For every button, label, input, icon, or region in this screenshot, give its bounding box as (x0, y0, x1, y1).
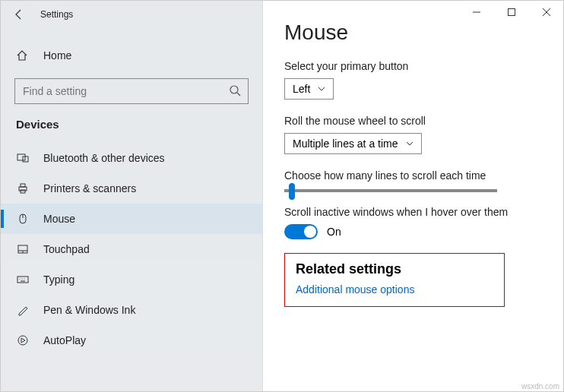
sidebar-item-label: AutoPlay (43, 334, 86, 346)
svg-point-0 (230, 86, 238, 93)
keyboard-icon (16, 273, 30, 286)
sidebar-item-label: Touchpad (43, 243, 90, 255)
sidebar-item-typing[interactable]: Typing (1, 264, 262, 295)
related-header: Related settings (296, 261, 493, 277)
printer-icon (16, 182, 30, 194)
scroll-value: Multiple lines at a time (293, 138, 398, 150)
inactive-toggle[interactable] (284, 224, 318, 239)
svg-point-13 (22, 279, 23, 280)
svg-point-14 (24, 279, 25, 280)
window-title: Settings (40, 9, 73, 20)
sidebar-item-mouse[interactable]: Mouse (1, 204, 262, 234)
sidebar-item-label: Printers & scanners (43, 182, 136, 194)
mouse-icon (16, 213, 30, 225)
maximize-button[interactable] (494, 1, 529, 24)
scroll-select[interactable]: Multiple lines at a time (284, 133, 422, 154)
inactive-label: Scroll inactive windows when I hover ove… (284, 206, 542, 218)
search-input-wrap[interactable] (14, 78, 249, 104)
sidebar-item-label: Pen & Windows Ink (43, 304, 135, 316)
home-icon (16, 49, 30, 62)
sidebar-item-label: Mouse (43, 213, 75, 225)
devices-icon (16, 152, 30, 164)
sidebar-item-touchpad[interactable]: Touchpad (1, 234, 262, 264)
pen-icon (16, 304, 30, 316)
toggle-state: On (327, 226, 341, 238)
touchpad-icon (16, 243, 30, 255)
slider-thumb[interactable] (289, 183, 295, 200)
sidebar-item-label: Bluetooth & other devices (43, 152, 165, 164)
watermark: wsxdn.com (521, 382, 559, 390)
related-settings-box: Related settings Additional mouse option… (284, 253, 505, 307)
svg-rect-4 (21, 184, 25, 187)
autoplay-icon (16, 334, 30, 346)
chevron-down-icon (318, 85, 325, 93)
search-input[interactable] (14, 78, 249, 104)
additional-mouse-options-link[interactable]: Additional mouse options (296, 283, 493, 296)
sidebar-item-printers[interactable]: Printers & scanners (1, 173, 262, 204)
search-icon (229, 84, 241, 96)
lines-slider[interactable] (284, 189, 497, 192)
svg-rect-11 (17, 277, 28, 283)
sidebar-item-pen[interactable]: Pen & Windows Ink (1, 295, 262, 325)
home-nav[interactable]: Home (1, 42, 262, 69)
sidebar-item-autoplay[interactable]: AutoPlay (1, 325, 262, 356)
primary-button-select[interactable]: Left (284, 78, 334, 100)
minimize-button[interactable] (459, 1, 494, 24)
primary-button-value: Left (293, 83, 310, 95)
svg-point-16 (18, 336, 27, 345)
svg-rect-1 (17, 154, 25, 160)
scroll-label: Roll the mouse wheel to scroll (284, 115, 542, 127)
svg-rect-18 (509, 9, 515, 16)
section-header: Devices (1, 118, 262, 143)
sidebar-item-bluetooth[interactable]: Bluetooth & other devices (1, 143, 262, 173)
back-button[interactable] (10, 5, 28, 24)
svg-point-12 (20, 279, 21, 280)
lines-label: Choose how many lines to scroll each tim… (284, 169, 542, 182)
chevron-down-icon (406, 140, 413, 147)
sidebar-item-label: Typing (43, 273, 74, 286)
home-label: Home (43, 49, 71, 62)
close-button[interactable] (529, 1, 563, 24)
primary-button-label: Select your primary button (284, 60, 542, 72)
